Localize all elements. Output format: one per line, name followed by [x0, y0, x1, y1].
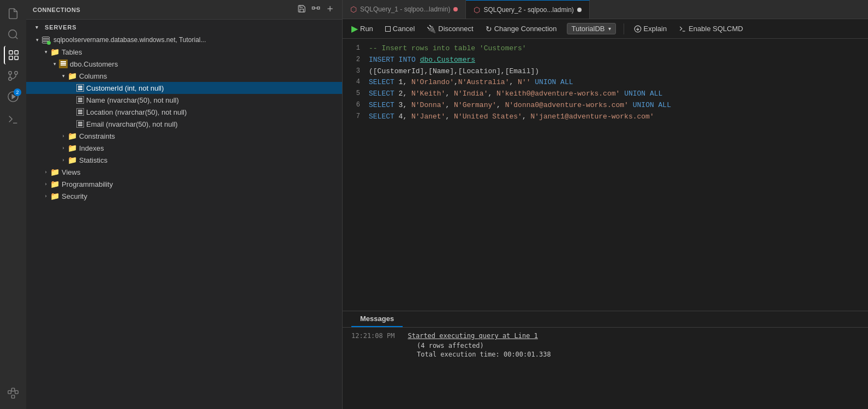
code-line-5: 5 SELECT 2, N'Keith', N'India', N'keith0… [343, 88, 868, 100]
line-num-7: 7 [347, 111, 369, 122]
col-email-item[interactable]: Email (nvarchar(50), not null) [26, 118, 342, 130]
cancel-button[interactable]: Cancel [383, 23, 417, 34]
views-item[interactable]: 📁 Views [26, 166, 342, 178]
svg-point-0 [9, 30, 17, 38]
constraints-item[interactable]: 📁 Constraints [26, 130, 342, 142]
explain-button[interactable]: Explain [632, 23, 669, 34]
sidebar-header: CONNECTIONS [26, 0, 342, 20]
col-customerid-item[interactable]: CustomerId (int, not null) [26, 82, 342, 94]
enable-sqlcmd-button[interactable]: Enable SQLCMD [677, 23, 745, 34]
run-icon: ▶ [351, 23, 358, 34]
column-icon-location [76, 108, 84, 116]
add-server-icon[interactable] [325, 3, 336, 16]
code-line-1: 1 -- Insert rows into table 'Customers' [343, 43, 868, 55]
terminal-icon[interactable] [4, 110, 22, 129]
db-selector[interactable]: TutorialDB ▾ [567, 23, 616, 34]
security-folder-icon: 📁 [50, 192, 59, 200]
code-line-4: 4 SELECT 1, N'Orlando',N'Australia', N''… [343, 77, 868, 88]
svg-rect-28 [78, 87, 82, 88]
svg-rect-37 [78, 123, 82, 125]
code-content-1: -- Insert rows into table 'Customers' [369, 43, 864, 55]
dbo-customers-label: dbo.Customers [70, 60, 118, 68]
server-item[interactable]: sqlpoolservername.database.windows.net, … [26, 34, 342, 46]
column-icon-name [76, 96, 84, 104]
tab-sqlquery2[interactable]: ⬡ SQLQuery_2 - sqlpoo...ladmin) [466, 0, 589, 19]
svg-rect-29 [78, 89, 82, 90]
disconnect-label: Disconnect [438, 25, 473, 33]
debug-badge: 2 [14, 88, 21, 96]
kw-select4: SELECT [369, 78, 399, 86]
tab2-dot [577, 8, 582, 12]
line-num-4: 4 [347, 77, 369, 87]
col-name-item[interactable]: Name (nvarchar(50), not null) [26, 94, 342, 106]
tables-label: Tables [62, 48, 82, 56]
dbo-table-icon [59, 60, 68, 68]
connect-icon[interactable] [310, 3, 321, 16]
svg-rect-4 [9, 56, 13, 60]
servers-label: SERVERS [26, 21, 342, 34]
svg-rect-17 [318, 7, 320, 9]
tab-sqlquery1[interactable]: ⬡ SQLQuery_1 - sqlpoo...ladmin) [343, 0, 466, 19]
files-icon[interactable] [4, 4, 22, 23]
toolbar-sep [624, 23, 624, 34]
messages-tab[interactable]: Messages [351, 311, 403, 327]
svg-rect-36 [78, 122, 82, 123]
svg-rect-27 [78, 86, 82, 87]
source-control-icon[interactable] [4, 67, 22, 85]
constraints-arrow [59, 132, 68, 140]
indexes-arrow [59, 144, 68, 152]
message-row-1: 12:21:08 PM Started executing query at L… [351, 332, 859, 340]
views-folder-icon: 📁 [50, 168, 59, 176]
extensions-icon[interactable] [4, 384, 22, 402]
code-editor[interactable]: 1 -- Insert rows into table 'Customers' … [343, 39, 868, 311]
connections-icon[interactable] [4, 46, 22, 64]
svg-rect-12 [8, 390, 11, 394]
svg-rect-31 [78, 99, 82, 100]
dbo-customers-item[interactable]: dbo.Customers [26, 58, 342, 70]
run-button[interactable]: ▶ Run [349, 22, 375, 35]
servers-arrow[interactable] [33, 23, 41, 32]
disconnect-button[interactable]: 🔌 Disconnect [424, 23, 475, 34]
tbl-customers: dbo.Customers [420, 56, 475, 64]
tables-folder-icon: 📁 [50, 48, 59, 56]
connections-title: CONNECTIONS [33, 7, 80, 13]
search-icon[interactable] [4, 25, 22, 44]
code-line-2: 2 INSERT INTO dbo.Customers [343, 55, 868, 66]
change-connection-button[interactable]: ↻ Change Connection [483, 23, 559, 34]
security-item[interactable]: 📁 Security [26, 190, 342, 202]
servers-text: SERVERS [45, 24, 77, 31]
indexes-item[interactable]: 📁 Indexes [26, 142, 342, 154]
tables-item[interactable]: 📁 Tables [26, 46, 342, 58]
constraints-label: Constraints [79, 132, 115, 140]
disconnect-icon: 🔌 [427, 25, 436, 33]
svg-rect-2 [9, 51, 13, 54]
tab1-dot [453, 7, 458, 11]
run-debug-icon[interactable]: 2 [4, 87, 22, 106]
programmability-item[interactable]: 📁 Programmability [26, 178, 342, 190]
change-connection-label: Change Connection [494, 25, 557, 33]
prog-label: Programmability [62, 180, 113, 188]
cancel-label: Cancel [393, 25, 415, 33]
editor-toolbar: ▶ Run Cancel 🔌 Disconnect ↻ Change Conne… [343, 19, 868, 39]
activity-bar: 2 [0, 0, 26, 409]
save-server-icon[interactable] [296, 3, 307, 16]
code-line-6: 6 SELECT 3, N'Donna', N'Germany', N'donn… [343, 100, 868, 111]
svg-rect-25 [61, 63, 66, 64]
col-name-label: Name (nvarchar(50), not null) [86, 96, 179, 104]
prog-arrow [41, 180, 50, 188]
column-icon-email [76, 120, 84, 128]
columns-item[interactable]: 📁 Columns [26, 70, 342, 82]
statistics-item[interactable]: 📁 Statistics [26, 154, 342, 166]
col-location-item[interactable]: Location (nvarchar(50), not null) [26, 106, 342, 118]
run-label: Run [360, 25, 373, 33]
views-label: Views [62, 168, 80, 176]
tab2-label: SQLQuery_2 - sqlpoo...ladmin) [483, 6, 573, 14]
messages-panel: Messages 12:21:08 PM Started executing q… [343, 311, 868, 409]
columns-arrow [59, 72, 68, 80]
svg-point-6 [9, 72, 12, 75]
tabs-bar: ⬡ SQLQuery_1 - sqlpoo...ladmin) ⬡ SQLQue… [343, 0, 868, 19]
svg-point-8 [15, 72, 18, 75]
svg-rect-33 [78, 110, 82, 111]
svg-rect-13 [15, 390, 18, 394]
line-num-6: 6 [347, 100, 369, 110]
